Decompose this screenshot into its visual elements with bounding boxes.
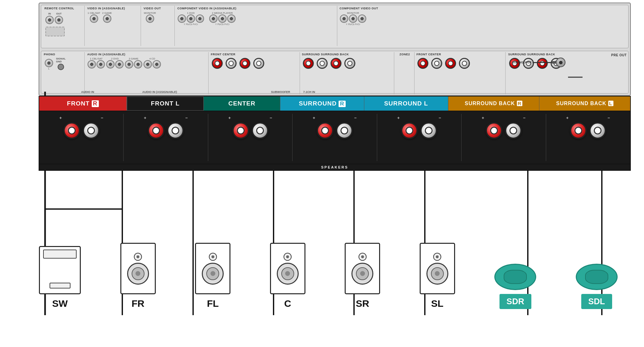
banner-sb-l-text: SURROUND BACK L <box>556 101 613 106</box>
surround-l-positive-terminal <box>401 122 418 139</box>
comp-in-2-pb <box>218 14 227 23</box>
banner-front-l: FRONT L <box>127 96 204 111</box>
surround-r-minus: − <box>354 115 357 120</box>
fl-tweeter-inner <box>211 255 214 258</box>
surround-l-negative-terminal <box>420 122 437 139</box>
surround-r-plus: + <box>313 115 315 120</box>
aud-in-1-l <box>88 60 96 68</box>
banner-front-r: FRONT R <box>39 96 127 111</box>
sr-label: SR <box>356 298 369 309</box>
spk-surround2-label: SURROUND SURROUND BACK <box>508 53 555 56</box>
receiver-back-panel: REMOTE CONTROL IN OUT VIDEO IN (ASSIGNAB… <box>39 3 631 96</box>
channel-banner-row: FRONT R FRONT L CENTER SURROUND R SURROU… <box>39 96 631 111</box>
spk-c2-neg <box>459 58 470 69</box>
fr-woofer-center <box>135 271 140 276</box>
term-cell-sb-r: + − <box>462 114 546 161</box>
audio-in-assignable-bottom-label: AUDIO IN (ASSIGNABLE) <box>142 88 177 94</box>
front-l-minus: − <box>185 115 188 120</box>
sl-woofer <box>426 263 448 285</box>
sr-woofer-center <box>360 271 365 276</box>
audio-in-assignable-label: AUDIO IN (ASSIGNABLE) <box>87 53 126 56</box>
surround-l-minus: − <box>439 115 441 120</box>
front-r-minus: − <box>101 115 103 120</box>
c-woofer-center <box>285 271 290 276</box>
comp-in-2-y <box>209 14 218 23</box>
sdl-label: SDL <box>581 294 612 309</box>
comp-in-1-pr <box>196 14 204 23</box>
video-out-label: VIDEO OUT <box>144 7 161 10</box>
subwoofer-icon <box>39 246 81 294</box>
banner-center: CENTER <box>204 96 280 111</box>
term-cell-sb-l: + − <box>546 114 630 161</box>
sl-tweeter <box>433 253 441 261</box>
phono-label: PHONO <box>44 53 55 56</box>
c-woofer-mid <box>281 267 294 280</box>
disc-sdr-inner <box>504 270 527 284</box>
vid-in-2 <box>103 14 111 23</box>
comp-vid-in-label: COMPONENT VIDEO IN (ASSIGNABLE) <box>177 7 237 10</box>
sw-label: SW <box>52 298 68 309</box>
sr-woofer <box>351 263 373 285</box>
speaker-sr-icon <box>345 243 380 294</box>
remote-connector-block <box>45 27 65 36</box>
banner-center-text: CENTER <box>229 100 256 107</box>
front-r-plus: + <box>60 115 62 120</box>
subwoofer-bottom-label: SUBWOOFER <box>271 88 290 94</box>
surround-l-plus: + <box>397 115 400 120</box>
spk-surround-back-pos <box>331 58 341 69</box>
spk-c2-pos <box>445 58 456 69</box>
sb-l-minus: − <box>608 115 610 120</box>
spk-fc2-pos <box>417 58 428 69</box>
speaker-c-icon <box>270 243 305 294</box>
speaker-fl-icon <box>195 243 230 294</box>
front-r-positive-terminal <box>63 122 80 139</box>
front-l-positive-terminal <box>148 122 164 139</box>
spk-front-neg <box>226 58 237 69</box>
device-sdr: SDR <box>494 264 536 309</box>
banner-surround-r-text: SURROUND R <box>299 100 345 107</box>
fr-woofer <box>127 263 149 285</box>
aud-in-2-l <box>106 60 115 68</box>
fr-woofer-mid <box>132 267 145 280</box>
disc-sdl-icon <box>576 264 618 290</box>
aud-in-4-l <box>144 60 152 68</box>
banner-sb-r: SURROUND BACK R <box>448 96 539 111</box>
aud-in-2-r <box>115 60 124 68</box>
banner-surround-l: SURROUND L <box>364 96 448 111</box>
surround-r-negative-terminal <box>336 122 353 139</box>
aud-in-1-r <box>97 60 105 68</box>
device-sw: SW <box>39 246 81 309</box>
center-minus: − <box>270 115 272 120</box>
front-l-plus: + <box>144 115 146 120</box>
spk-center-neg <box>253 58 264 69</box>
terminals-section: + − + − <box>39 111 631 164</box>
center-plus: + <box>228 115 231 120</box>
c-label: C <box>284 298 291 309</box>
speaker-fr-icon <box>120 243 156 294</box>
comp-in-2-pr <box>227 14 236 23</box>
spk-center-pos <box>239 58 250 69</box>
remote-out-jack <box>55 16 63 24</box>
comp-out-1-pb <box>349 14 357 23</box>
center-negative-terminal <box>252 122 268 139</box>
fl-tweeter <box>209 253 217 261</box>
device-sl: SL <box>420 243 455 309</box>
device-sr: SR <box>345 243 380 309</box>
device-fl: FL <box>195 243 230 309</box>
subwoofer-rca-area: SUBWOOFER <box>512 58 566 67</box>
sb-l-negative-terminal <box>589 122 606 139</box>
banner-front-r-text: FRONT R <box>67 100 99 107</box>
term-cell-front-l: + − <box>124 114 208 161</box>
sb-l-positive-terminal <box>570 122 587 139</box>
sb-r-negative-terminal <box>505 122 522 139</box>
fl-woofer-mid <box>206 267 219 280</box>
front-r-negative-terminal <box>83 122 99 139</box>
term-cell-front-r: + − <box>39 114 124 161</box>
speaker-main-section: FRONT R FRONT L CENTER SURROUND R SURROU… <box>39 96 631 171</box>
term-cell-center: + − <box>208 114 293 161</box>
panel-top-video: REMOTE CONTROL IN OUT VIDEO IN (ASSIGNAB… <box>41 5 629 48</box>
c-tweeter-inner <box>286 255 289 258</box>
front-l-negative-terminal <box>167 122 184 139</box>
sr-tweeter <box>359 253 367 261</box>
banner-surround-r: SURROUND R <box>280 96 364 111</box>
